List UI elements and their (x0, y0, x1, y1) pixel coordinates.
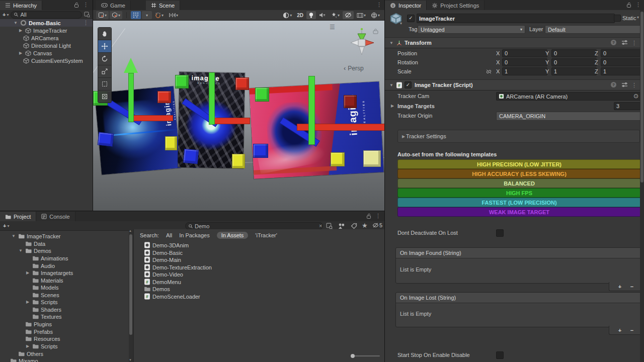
inspector-scrollbar[interactable] (640, 10, 644, 362)
folder-row[interactable]: Audio (0, 262, 55, 269)
scale-tool-button[interactable] (98, 65, 111, 78)
image-targets-count-field[interactable]: 3 (614, 102, 644, 110)
filter-all[interactable]: All (166, 232, 172, 238)
tree-scrollbar[interactable]: ▲ ▼ (129, 229, 133, 362)
corner-cube-pale-yellow[interactable] (363, 150, 381, 167)
transform-tool-button[interactable] (98, 90, 111, 103)
rotation-z-field[interactable]: 0 (601, 58, 644, 66)
folder-row[interactable]: Textures (0, 313, 62, 320)
lock-icon[interactable] (626, 2, 632, 9)
grid-snap-button[interactable]: Y (131, 11, 141, 19)
camera-overscan-button[interactable]: ▾ (355, 11, 368, 19)
foldout-open-icon[interactable]: ▼ (18, 248, 23, 253)
folder-row[interactable]: ▶Imagetargets (0, 269, 73, 277)
folder-row[interactable]: Resources (0, 335, 60, 342)
project-search-input[interactable]: Demo (185, 222, 323, 230)
presets-icon[interactable] (621, 40, 628, 46)
search-window-icon[interactable] (326, 223, 333, 229)
overlay-menu-icon[interactable]: ☰ (330, 24, 335, 31)
tracker-origin-dropdown[interactable]: CAMERA_ORIGIN▾ (496, 112, 644, 121)
image-tracker-header[interactable]: ▼ # ✓ Image Tracker (Script) ? ⋮ (385, 79, 644, 90)
folder-row[interactable]: Others (0, 350, 43, 357)
inspector-menu-icon[interactable]: ⋮ (635, 2, 641, 8)
lock-icon[interactable] (73, 2, 79, 9)
foldout-closed-icon[interactable]: ▶ (25, 270, 30, 275)
create-asset-button[interactable]: + (3, 223, 6, 229)
rotation-y-field[interactable]: 0 (551, 58, 597, 66)
favorites-star-icon[interactable]: ★ (362, 222, 368, 229)
position-x-field[interactable]: 0 (502, 49, 547, 57)
create-dropdown-icon[interactable]: ▾ (7, 224, 9, 228)
link-scale-icon[interactable] (486, 69, 492, 74)
add-event-button[interactable]: + (618, 327, 621, 333)
filter-in-assets[interactable]: In Assets (217, 232, 249, 239)
folder-row[interactable]: ▼Demos (0, 247, 51, 254)
gizmo-x-axis[interactable] (213, 118, 250, 124)
result-row[interactable]: Demo-3DAnim (134, 241, 189, 249)
corner-cube-red[interactable] (235, 77, 249, 90)
result-row[interactable]: #DemoSceneLoader (134, 293, 200, 300)
audio-mute-button[interactable] (317, 11, 328, 19)
static-dropdown-icon[interactable]: ▾ (637, 15, 639, 20)
folder-row[interactable]: ▼ImageTracker (0, 232, 60, 240)
corner-cube-yellow[interactable] (165, 136, 177, 150)
template-high-precision-button[interactable]: HIGH PRECISION (LOW JITTER) (397, 159, 641, 169)
persp-label[interactable]: ‹ Persp (344, 64, 364, 72)
filter-saved-search[interactable]: 'iTracker' (255, 232, 277, 238)
foldout-closed-icon[interactable]: ▶ (25, 344, 30, 348)
foldout-open-icon[interactable]: ▼ (389, 83, 394, 87)
scene-viewport[interactable]: imagine REALITIES imagine REALITIES (93, 21, 385, 211)
transform-header[interactable]: ▼ Transform ? ⋮ (385, 37, 644, 48)
template-fastest-button[interactable]: FASTEST (LOW PRECISION) (397, 198, 641, 207)
folder-row[interactable]: Materials (0, 277, 63, 284)
gameobject-icon-dropdown[interactable]: ▾ (400, 21, 402, 26)
result-row[interactable]: #DemoMenu (134, 278, 181, 286)
foldout-open-icon[interactable]: ▼ (389, 41, 394, 45)
scene-panel-menu-icon[interactable]: ⋮ (376, 2, 382, 8)
rotation-snap-button[interactable]: ▾ (153, 11, 166, 19)
tab-inspector[interactable]: i Inspector (385, 1, 427, 10)
move-arrow-head[interactable] (124, 58, 138, 73)
shading-mode-button[interactable]: ▾ (281, 11, 294, 19)
effects-button[interactable]: ▾ (329, 11, 342, 19)
scroll-down-icon[interactable]: ▼ (129, 358, 132, 361)
corner-cube-yellow[interactable] (232, 154, 245, 168)
foldout-open-icon[interactable]: ▼ (11, 234, 16, 238)
tracker-settings-foldout[interactable]: ▶ Tracker Settings (397, 130, 640, 143)
foldout-closed-icon[interactable]: ▶ (18, 51, 23, 55)
position-y-field[interactable]: 0 (551, 49, 597, 57)
corner-cube-red[interactable] (157, 91, 171, 103)
folder-row[interactable]: Animations (0, 254, 68, 262)
tool-handle-position-button[interactable]: ▾ (96, 11, 109, 19)
hierarchy-row[interactable]: Directional Light (0, 42, 71, 49)
tab-game[interactable]: Game (96, 1, 131, 10)
presets-icon[interactable] (621, 82, 628, 88)
thumbnail-zoom-slider[interactable] (351, 354, 380, 358)
gizmo-x-axis[interactable] (133, 115, 173, 121)
scrollbar-thumb[interactable] (129, 234, 132, 335)
folder-row[interactable]: ▶Scripts (0, 298, 58, 306)
tracker-cam-object-field[interactable]: ARCamera (AR Camera) (496, 92, 641, 101)
scene-menu-icon[interactable]: ⋮ (83, 20, 89, 26)
folder-row[interactable]: ▶Scripts (0, 342, 58, 350)
active-checkbox[interactable]: ✓ (407, 15, 415, 22)
add-dropdown-icon[interactable]: ▾ (7, 13, 9, 17)
rotate-tool-button[interactable] (98, 53, 111, 65)
object-picker-icon[interactable]: ⊙ (633, 93, 638, 100)
folder-row[interactable]: Prefabs (0, 328, 53, 335)
template-high-fps-button[interactable]: HIGH FPS (397, 188, 641, 198)
result-row[interactable]: Demos (134, 285, 170, 293)
scale-snap-button[interactable]: ▾ (167, 11, 180, 19)
folder-row[interactable]: Mixamo (0, 357, 38, 362)
scroll-up-icon[interactable]: ▲ (129, 229, 132, 232)
help-icon[interactable]: ? (610, 39, 617, 47)
folder-row[interactable]: Scenes (0, 291, 59, 299)
corner-cube-green[interactable] (175, 75, 189, 88)
tag-dropdown[interactable]: Untagged▾ (418, 25, 525, 34)
scene-lighting-button[interactable] (306, 11, 316, 19)
lock-icon[interactable] (366, 213, 372, 220)
template-high-accuracy-button[interactable]: HIGH ACCURACY (LESS SKEWING) (397, 169, 641, 178)
scale-y-field[interactable]: 1 (551, 67, 597, 75)
scale-x-field[interactable]: 1 (502, 67, 547, 75)
static-checkbox[interactable] (614, 15, 621, 22)
